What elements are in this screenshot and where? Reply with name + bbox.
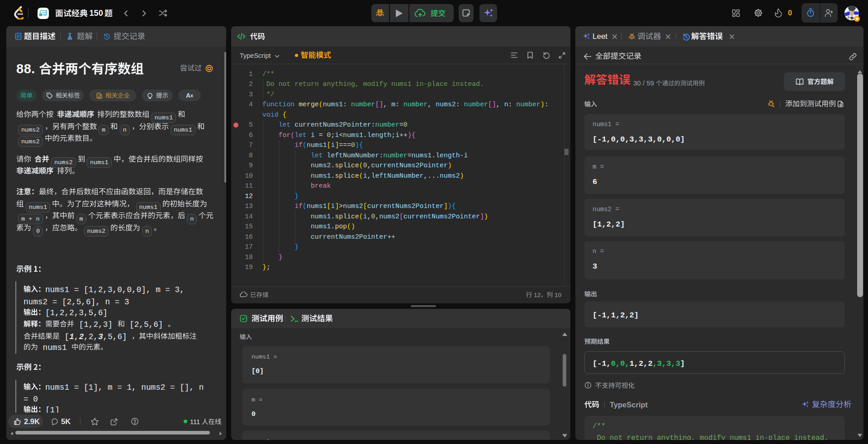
svg-text:TOP: TOP <box>42 11 47 14</box>
